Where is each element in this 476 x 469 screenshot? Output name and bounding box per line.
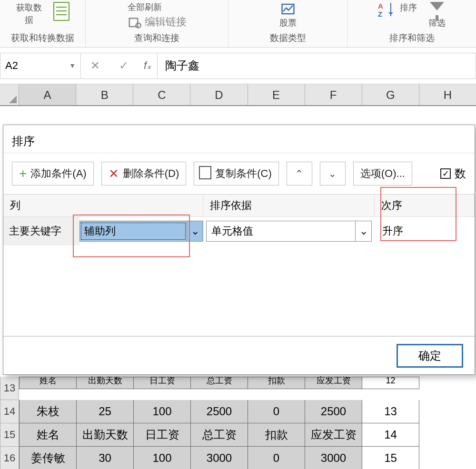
cell[interactable]: 姜传敏 (19, 447, 77, 469)
move-up-button[interactable]: ⌃ (287, 162, 312, 186)
ribbon-group-label: 排序和筛选 (389, 32, 435, 44)
header-checkbox[interactable]: ✓ (440, 168, 451, 179)
cell[interactable] (419, 400, 476, 423)
cell[interactable]: 25 (77, 400, 134, 423)
cell[interactable]: 朱枝 (19, 400, 77, 423)
refresh-all-button[interactable]: 全部刷新 (128, 1, 162, 13)
stocks-button[interactable]: 股票 (279, 2, 297, 29)
cell[interactable]: 2500 (305, 400, 362, 423)
sort-grid-header: 列 排序依据 次序 (3, 194, 475, 217)
cell[interactable]: 应发工资 (305, 423, 362, 447)
order-header-label: 次序 (375, 195, 475, 217)
cell[interactable]: 100 (134, 447, 191, 469)
delete-condition-button[interactable]: ✕ 删除条件(D) (101, 162, 187, 186)
cancel-formula-button[interactable]: ✕ (81, 59, 109, 72)
chevron-up-icon: ⌃ (295, 168, 303, 179)
column-header[interactable]: C (133, 84, 190, 105)
table-row: 15姓名出勤天数日工资总工资扣款应发工资14 (0, 423, 476, 447)
sheet-grid: 13姓名出勤天数日工资总工资扣款应发工资1214朱枝25100250002500… (0, 377, 476, 469)
cell[interactable]: 日工资 (134, 423, 191, 447)
cell[interactable]: 100 (134, 400, 191, 423)
cell[interactable]: 出勤天数 (77, 423, 134, 447)
cell[interactable]: 12 (362, 377, 419, 389)
enter-formula-button[interactable]: ✓ (109, 59, 138, 72)
cell[interactable]: 应发工资 (305, 377, 362, 389)
get-data-button[interactable]: 获取数 据 (16, 2, 42, 26)
cell[interactable]: 14 (362, 423, 419, 447)
name-box[interactable]: A2 ▼ (0, 53, 81, 79)
formula-input[interactable]: 陶子鑫 (158, 53, 476, 79)
column-header[interactable]: B (76, 84, 133, 105)
cell[interactable]: 总工资 (191, 423, 248, 447)
chevron-down-icon: ⌄ (187, 221, 203, 241)
sort-dialog: 排序 + 添加条件(A) ✕ 删除条件(D) 复制条件(C) ⌃ ⌄ 选项(O)… (3, 125, 475, 375)
cell[interactable]: 15 (362, 447, 419, 469)
chevron-down-icon[interactable]: ▼ (69, 62, 76, 69)
filter-button[interactable]: 筛选 (428, 2, 446, 29)
cell[interactable]: 30 (77, 447, 134, 469)
select-all-corner[interactable] (0, 84, 19, 105)
cell[interactable]: 13 (362, 400, 419, 423)
ribbon-group-label: 获取和转换数据 (11, 32, 74, 44)
edit-links-button[interactable]: 编辑链接 (128, 15, 187, 29)
sort-basis-select[interactable]: 单元格值 ⌄ (206, 221, 372, 242)
formula-bar: A2 ▼ ✕ ✓ fₓ 陶子鑫 (0, 48, 476, 84)
cell[interactable] (419, 447, 476, 469)
column-header[interactable]: G (362, 84, 419, 105)
sort-level-row: 主要关键字 辅助列 ⌄ 单元格值 ⌄ 升序 (3, 217, 475, 245)
column-header-label: 列 (3, 195, 203, 217)
column-header[interactable]: F (305, 84, 362, 105)
copy-icon (201, 168, 211, 179)
filter-icon (430, 2, 444, 16)
cell[interactable]: 总工资 (191, 377, 248, 389)
options-button[interactable]: 选项(O)... (353, 162, 412, 186)
primary-key-label: 主要关键字 (3, 217, 79, 245)
cell[interactable]: 3000 (191, 447, 248, 469)
sort-order-select[interactable]: 升序 (377, 221, 472, 242)
cell[interactable]: 扣款 (248, 423, 305, 447)
chevron-down-icon: ⌄ (355, 221, 371, 241)
cell[interactable]: 出勤天数 (77, 377, 134, 389)
plus-icon: + (19, 166, 27, 181)
column-header[interactable]: E (248, 84, 305, 105)
basis-header-label: 排序依据 (203, 195, 375, 217)
cell[interactable]: 3000 (305, 447, 362, 469)
copy-condition-button[interactable]: 复制条件(C) (194, 162, 279, 186)
cell[interactable]: 0 (248, 447, 305, 469)
cell[interactable]: 姓名 (19, 423, 77, 447)
cell[interactable]: 0 (248, 400, 305, 423)
table-row: 13姓名出勤天数日工资总工资扣款应发工资12 (0, 377, 476, 400)
cell[interactable]: 扣款 (248, 377, 305, 389)
cell[interactable] (419, 423, 476, 447)
row-header[interactable]: 14 (0, 400, 19, 423)
table-row: 14朱枝2510025000250013 (0, 400, 476, 423)
row-header[interactable]: 15 (0, 423, 19, 447)
fx-button[interactable]: fₓ (138, 59, 157, 72)
cell[interactable]: 2500 (191, 400, 248, 423)
sort-az-button[interactable]: AZ (378, 2, 388, 18)
sort-column-select[interactable]: 辅助列 ⌄ (79, 221, 203, 242)
column-header[interactable]: H (419, 84, 476, 105)
sort-button[interactable]: 排序 (400, 2, 417, 13)
cell[interactable] (419, 377, 476, 389)
column-header[interactable]: A (19, 84, 76, 105)
dialog-title: 排序 (3, 125, 475, 153)
cell[interactable]: 日工资 (134, 377, 191, 389)
add-condition-button[interactable]: + 添加条件(A) (12, 162, 94, 186)
x-icon: ✕ (109, 166, 119, 181)
chevron-down-icon: ⌄ (328, 168, 337, 179)
row-header[interactable]: 13 (0, 377, 19, 400)
column-headers: A B C D E F G H (0, 84, 476, 106)
ribbon: 获取数 据 获取和转换数据 全部刷新 编辑链接 查询和连接 股票 数据类型 (0, 0, 476, 48)
row-header[interactable]: 16 (0, 447, 19, 469)
ribbon-group-label: 查询和连接 (134, 32, 179, 44)
ribbon-group-label: 数据类型 (270, 32, 306, 44)
dialog-toolbar: + 添加条件(A) ✕ 删除条件(D) 复制条件(C) ⌃ ⌄ 选项(O)...… (3, 153, 475, 194)
table-row: 16姜传敏3010030000300015 (0, 447, 476, 469)
column-header[interactable]: D (190, 84, 248, 105)
from-table-button[interactable] (53, 2, 69, 21)
move-down-button[interactable]: ⌄ (320, 162, 346, 186)
cell[interactable]: 姓名 (19, 377, 77, 389)
ok-button[interactable]: 确定 (397, 344, 463, 368)
header-checkbox-label: 数 (455, 166, 466, 181)
